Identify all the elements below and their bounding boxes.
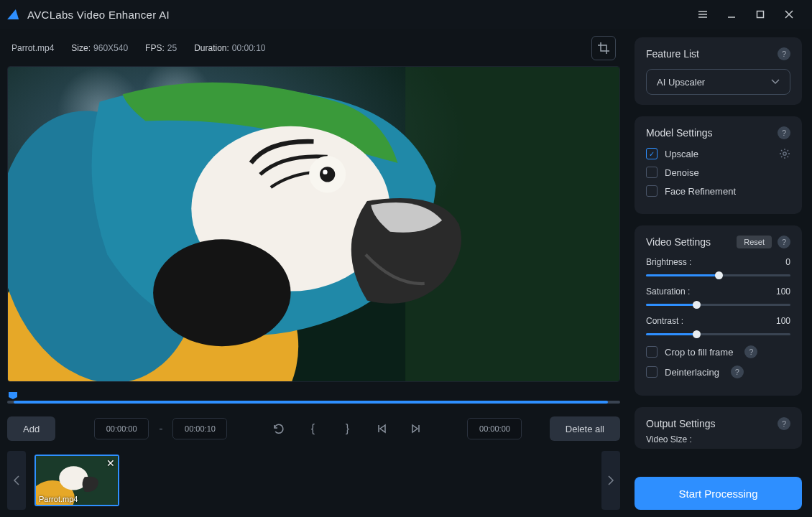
prev-frame-icon[interactable] <box>369 416 394 441</box>
fps-label: FPS: <box>145 43 165 53</box>
feature-list-panel: Feature List ? AI Upscaler <box>635 37 802 105</box>
brightness-slider-row: Brightness :0 <box>646 257 790 276</box>
duration-value: 00:00:10 <box>232 43 266 53</box>
video-size-label: Video Size : <box>646 434 790 444</box>
denoise-row: Denoise <box>646 167 790 178</box>
crop-fill-label: Crop to fill frame <box>665 347 733 358</box>
help-icon[interactable]: ? <box>778 47 790 60</box>
preview-placeholder-image <box>8 67 619 381</box>
size-label: Size: <box>71 43 91 53</box>
filename: Parrot.mp4 <box>11 43 54 53</box>
deinterlacing-checkbox[interactable] <box>646 366 658 378</box>
dash: - <box>159 422 162 435</box>
deinterlacing-label: Deinterlacing <box>665 367 719 378</box>
video-settings-panel: Video Settings Reset ? Brightness :0 Sat… <box>635 225 802 396</box>
help-icon[interactable]: ? <box>778 236 790 248</box>
control-row: Add - { } Delete all <box>7 416 620 441</box>
output-settings-title: Output Settings <box>646 418 778 429</box>
svg-point-10 <box>320 167 335 182</box>
svg-rect-0 <box>757 11 764 18</box>
thumbnail-row: ✕ Parrot.mp4 <box>7 451 620 510</box>
undo-icon[interactable] <box>266 416 290 441</box>
size-value: 960X540 <box>93 43 128 53</box>
chevron-down-icon <box>771 79 780 85</box>
contrast-slider[interactable] <box>646 333 790 335</box>
thumb-close-icon[interactable]: ✕ <box>106 457 115 469</box>
feature-list-title: Feature List <box>646 48 778 60</box>
help-icon[interactable]: ? <box>731 365 744 378</box>
saturation-label: Saturation : <box>646 287 690 297</box>
saturation-value: 100 <box>776 287 790 297</box>
gear-icon[interactable] <box>779 148 790 159</box>
titlebar: AVCLabs Video Enhancer AI <box>0 0 812 29</box>
contrast-label: Contrast : <box>646 316 683 326</box>
in-time-input[interactable] <box>94 418 149 439</box>
reset-button[interactable]: Reset <box>737 236 772 248</box>
svg-point-11 <box>323 169 327 174</box>
model-settings-panel: Model Settings ? ✓ Upscale Denoise Face … <box>635 116 802 214</box>
contrast-slider-row: Contrast :100 <box>646 316 790 335</box>
app-logo-icon <box>7 9 22 19</box>
upscale-row: ✓ Upscale <box>646 148 790 159</box>
video-meta-row: Parrot.mp4 Size:960X540 FPS:25 Duration:… <box>6 29 622 66</box>
denoise-checkbox[interactable] <box>646 167 658 178</box>
upscale-label: Upscale <box>665 149 698 159</box>
start-processing-button[interactable]: Start Processing <box>635 477 802 510</box>
main-panel: Parrot.mp4 Size:960X540 FPS:25 Duration:… <box>0 29 627 517</box>
delete-all-button[interactable]: Delete all <box>550 416 620 441</box>
contrast-value: 100 <box>776 316 790 326</box>
video-preview[interactable] <box>7 66 620 382</box>
settings-panel: Feature List ? AI Upscaler Model Setting… <box>627 29 812 517</box>
feature-selected: AI Upscaler <box>657 77 705 88</box>
crop-fill-checkbox[interactable] <box>646 346 658 358</box>
face-label: Face Refinement <box>665 186 736 197</box>
face-checkbox[interactable] <box>646 185 658 197</box>
menu-button[interactable] <box>688 0 717 29</box>
saturation-slider-row: Saturation :100 <box>646 287 790 306</box>
duration-label: Duration: <box>194 43 229 53</box>
thumb-label: Parrot.mp4 <box>39 495 78 503</box>
timeline[interactable] <box>7 395 620 404</box>
help-icon[interactable]: ? <box>778 126 790 139</box>
brightness-label: Brightness : <box>646 257 691 267</box>
model-settings-title: Model Settings <box>646 127 778 139</box>
video-settings-title: Video Settings <box>646 236 737 248</box>
svg-point-16 <box>783 152 786 155</box>
help-icon[interactable]: ? <box>744 345 757 358</box>
thumbnail[interactable]: ✕ Parrot.mp4 <box>34 455 119 506</box>
crop-button[interactable] <box>591 36 616 60</box>
out-time-input[interactable] <box>172 418 227 439</box>
deinterlacing-row: Deinterlacing ? <box>646 365 790 378</box>
maximize-button[interactable] <box>746 0 775 29</box>
next-frame-icon[interactable] <box>404 416 428 441</box>
output-settings-panel: Output Settings ? Video Size : <box>635 407 802 449</box>
brightness-value: 0 <box>785 257 790 267</box>
thumb-prev-button[interactable] <box>7 451 26 510</box>
bracket-out-icon[interactable]: } <box>335 416 359 441</box>
brightness-slider[interactable] <box>646 274 790 276</box>
help-icon[interactable]: ? <box>778 417 790 430</box>
close-button[interactable] <box>775 0 803 29</box>
thumb-next-button[interactable] <box>601 451 620 510</box>
face-row: Face Refinement <box>646 185 790 197</box>
minimize-button[interactable] <box>717 0 746 29</box>
upscale-checkbox[interactable]: ✓ <box>646 148 658 159</box>
add-button[interactable]: Add <box>7 416 55 441</box>
timeline-track[interactable] <box>7 401 620 404</box>
current-time-input[interactable] <box>467 418 522 439</box>
svg-point-12 <box>153 239 290 346</box>
bracket-in-icon[interactable]: { <box>300 416 325 441</box>
crop-fill-row: Crop to fill frame ? <box>646 345 790 358</box>
app-title: AVCLabs Video Enhancer AI <box>27 9 688 21</box>
denoise-label: Denoise <box>665 167 699 178</box>
saturation-slider[interactable] <box>646 304 790 306</box>
fps-value: 25 <box>167 43 177 53</box>
playhead-marker-icon[interactable] <box>9 392 17 399</box>
feature-select[interactable]: AI Upscaler <box>646 69 790 95</box>
